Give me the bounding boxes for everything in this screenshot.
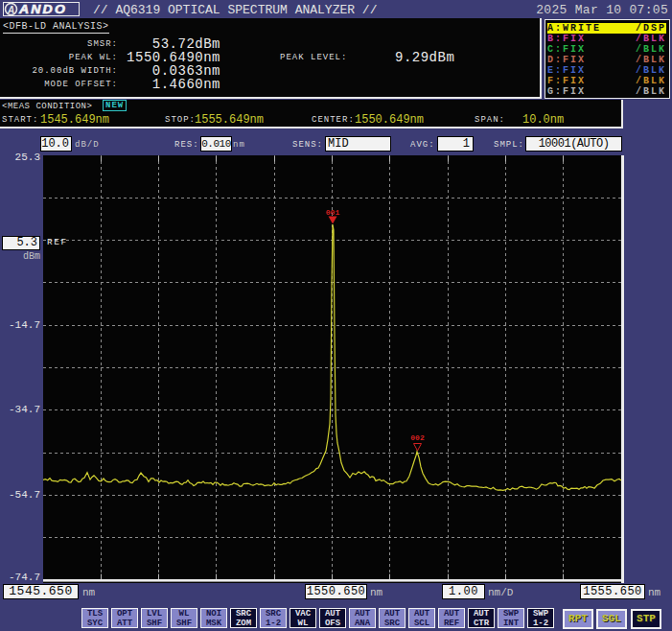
svg-text:002: 002: [410, 433, 425, 442]
svg-text:A: A: [7, 5, 14, 15]
svg-text:ANDO: ANDO: [18, 3, 67, 15]
svg-text:001: 001: [326, 208, 340, 217]
svg-text:REF: REF: [47, 237, 68, 247]
